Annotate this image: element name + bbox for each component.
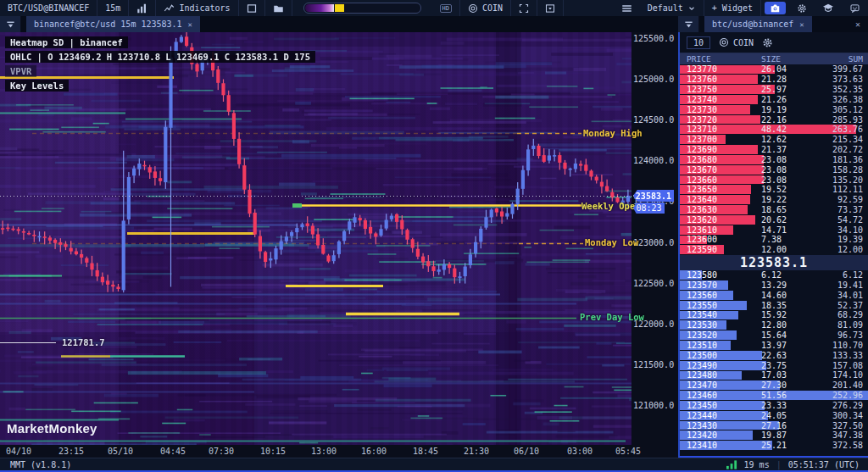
bid-row[interactable]: 12353012.8081.09 xyxy=(680,320,868,330)
ask-row[interactable]: 12362020.6254.72 xyxy=(680,214,868,225)
key-levels-indicator-label[interactable]: Key Levels xyxy=(5,80,69,92)
ask-row[interactable]: 12363018.6573.37 xyxy=(680,205,868,215)
ask-row[interactable]: 12372022.16285.93 xyxy=(680,114,868,125)
book-settings-button[interactable] xyxy=(762,37,773,48)
bid-row[interactable]: 12343027.16327.50 xyxy=(680,420,868,430)
heatmap-intensity-slider[interactable] xyxy=(292,0,432,16)
timeframe-button[interactable]: 15m xyxy=(97,0,129,16)
size-cell: 12.62 xyxy=(761,135,807,144)
book-units-button[interactable]: COIN xyxy=(719,37,754,47)
price-cell: 123640 xyxy=(680,195,761,204)
indicators-button[interactable]: Indicators xyxy=(156,0,238,16)
sum-cell: 19.41 xyxy=(807,280,868,290)
ask-row[interactable]: 12366023.08135.20 xyxy=(680,175,868,185)
sum-cell: 110.70 xyxy=(807,341,868,350)
bid-row[interactable]: 12348017.03174.10 xyxy=(680,370,868,380)
vpvr-indicator-label[interactable]: VPVR xyxy=(5,65,36,77)
tutorials-button[interactable] xyxy=(815,0,842,16)
gradient-segment xyxy=(305,4,334,12)
tab-chart[interactable]: binancef@btc/usd 15m 123583.1 ✕ xyxy=(26,16,200,32)
panel-dropdown-button[interactable] xyxy=(537,0,564,16)
watchlist-button[interactable] xyxy=(614,0,640,16)
order-book-rows: 12377026.04399.6712376021.28373.63123750… xyxy=(680,64,868,456)
size-cell: 17.03 xyxy=(761,370,807,380)
ask-row[interactable]: 12371048.42263.76 xyxy=(680,125,868,135)
size-cell: 12.00 xyxy=(761,245,807,254)
bid-row[interactable]: 12347027.30201.40 xyxy=(680,380,868,391)
bid-row[interactable]: 12344024.05300.34 xyxy=(680,410,868,420)
ask-row[interactable]: 12377026.04399.67 xyxy=(680,64,868,75)
bid-row[interactable]: 12357013.2919.41 xyxy=(680,280,868,291)
close-panel-icon[interactable]: ✕ xyxy=(848,16,868,32)
tab-caret-icon xyxy=(684,20,693,29)
fullscreen-button[interactable] xyxy=(511,0,537,16)
sum-cell: 347.38 xyxy=(807,430,868,440)
bid-row[interactable]: 12346051.56252.96 xyxy=(680,391,868,401)
ask-row[interactable]: 12369021.37202.72 xyxy=(680,145,868,155)
sum-cell: 133.33 xyxy=(807,351,868,360)
time-axis[interactable]: 04/1023:1505/1004:4507:3010:1513:0016:00… xyxy=(0,445,678,458)
add-widget-button[interactable]: + Widget xyxy=(704,0,761,16)
price-cell: 123690 xyxy=(680,145,761,154)
sum-cell: 327.50 xyxy=(807,421,868,430)
slider-thumb[interactable] xyxy=(335,4,344,12)
ask-row[interactable]: 12359012.0012.00 xyxy=(680,245,868,255)
open-layout-button[interactable] xyxy=(265,0,292,16)
price-axis[interactable]: 125500.0125000.0124500.0124000.0123500.0… xyxy=(632,32,678,445)
time-tick-label: 21:30 xyxy=(455,447,498,456)
ask-row[interactable]: 12376021.28373.63 xyxy=(680,75,868,85)
workspace-select[interactable]: Default xyxy=(640,0,704,16)
heatmap-indicator-label[interactable]: Heatmap SD | binancef xyxy=(5,36,128,48)
app-watermark: MarketMonkey xyxy=(7,421,97,436)
chart-tab-list-button[interactable] xyxy=(0,16,21,32)
ask-row[interactable]: 12365019.52112.11 xyxy=(680,185,868,195)
bid-row[interactable]: 12351013.97110.70 xyxy=(680,341,868,351)
hd-toggle[interactable]: HD xyxy=(432,0,460,16)
ask-row[interactable]: 12370012.62215.34 xyxy=(680,135,868,145)
close-tab-icon[interactable]: ✕ xyxy=(799,20,804,29)
price-cell: 123580 xyxy=(680,270,761,280)
book-tab-list-button[interactable] xyxy=(678,16,699,32)
chart-area[interactable]: Heatmap SD | binancef OHLC | O 123469.2 … xyxy=(0,32,678,458)
ask-row[interactable]: 12375025.97352.35 xyxy=(680,85,868,95)
price-cell: 123740 xyxy=(680,95,761,104)
bid-row[interactable]: 12345023.33276.29 xyxy=(680,401,868,411)
ask-row[interactable]: 12361014.7134.10 xyxy=(680,225,868,235)
ask-row[interactable]: 12373019.19305.12 xyxy=(680,104,868,114)
sum-cell: 174.10 xyxy=(807,370,868,380)
gradient-slider-track[interactable] xyxy=(303,3,421,14)
sum-cell: 68.29 xyxy=(807,310,868,319)
feedback-button[interactable] xyxy=(842,0,868,16)
ask-row[interactable]: 12364019.2292.59 xyxy=(680,195,868,205)
symbol-button[interactable]: BTC/USD@BINANCEF xyxy=(0,0,97,16)
key-level-label: Weekly Open xyxy=(581,201,641,211)
volume-profile-button[interactable] xyxy=(129,0,156,16)
depth-grouping-button[interactable]: 10 xyxy=(687,36,710,49)
tab-book[interactable]: btc/usd@binancef ✕ xyxy=(704,16,812,32)
bid-row[interactable]: 12355018.3552.37 xyxy=(680,300,868,310)
size-cell: 21.26 xyxy=(761,95,807,104)
screenshot-button[interactable] xyxy=(765,2,786,14)
layout-button[interactable] xyxy=(239,0,265,16)
ask-row[interactable]: 12368023.08181.36 xyxy=(680,154,868,164)
bid-row[interactable]: 12342019.87347.38 xyxy=(680,430,868,441)
coin-units-button[interactable]: COIN xyxy=(460,0,511,16)
bid-row[interactable]: 12350022.63133.33 xyxy=(680,350,868,360)
bid-row[interactable]: 12341025.21372.58 xyxy=(680,441,868,451)
bid-row[interactable]: 12354015.9268.29 xyxy=(680,310,868,320)
ask-row[interactable]: 1236007.3819.39 xyxy=(680,235,868,245)
price-cell: 123510 xyxy=(680,341,761,350)
ask-row[interactable]: 12374021.26326.38 xyxy=(680,94,868,104)
bid-row[interactable]: 12356014.6034.01 xyxy=(680,290,868,300)
settings-button[interactable] xyxy=(789,0,815,16)
bid-row[interactable]: 12349023.75157.08 xyxy=(680,360,868,370)
heatmap-candlestick-canvas[interactable] xyxy=(0,32,632,445)
sum-cell: 326.38 xyxy=(807,95,868,104)
bid-row[interactable]: 1235806.126.12 xyxy=(680,270,868,280)
ask-row[interactable]: 12367023.08158.28 xyxy=(680,164,868,175)
key-level-label: Monday Low xyxy=(585,237,638,247)
toolbar-spacer xyxy=(564,0,614,16)
close-tab-icon[interactable]: ✕ xyxy=(188,20,192,29)
size-cell: 13.29 xyxy=(761,280,807,290)
bid-row[interactable]: 12352015.6496.73 xyxy=(680,330,868,341)
